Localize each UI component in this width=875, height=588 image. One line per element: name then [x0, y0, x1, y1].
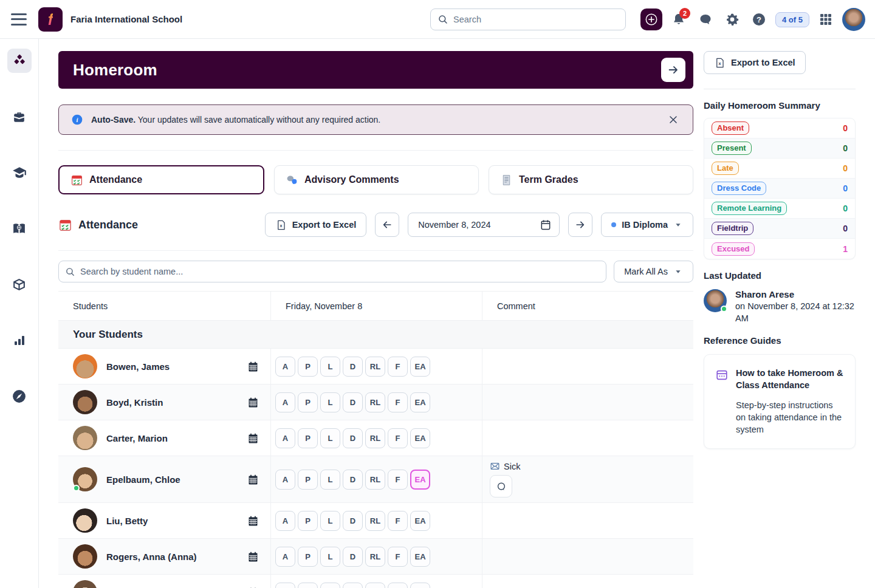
user-avatar[interactable] — [842, 8, 865, 31]
code-remote-button[interactable]: RL — [365, 357, 385, 377]
code-dresscode-button[interactable]: D — [343, 428, 363, 448]
code-present-button[interactable]: P — [298, 470, 318, 490]
code-fieldtrip-button[interactable]: F — [388, 357, 408, 377]
code-excused-button[interactable]: EA — [410, 357, 430, 377]
code-late-button[interactable]: L — [320, 470, 340, 490]
code-excused-button[interactable]: EA — [410, 511, 430, 531]
code-remote-button[interactable]: RL — [365, 470, 385, 490]
code-absent-button[interactable]: A — [275, 392, 295, 412]
code-fieldtrip-button[interactable]: F — [388, 511, 408, 531]
tab-advisory-comments[interactable]: Advisory Comments — [274, 165, 479, 194]
export-excel-button[interactable]: Export to Excel — [265, 213, 367, 237]
notifications-button[interactable]: 2 — [668, 9, 689, 30]
code-late-button[interactable]: L — [320, 583, 340, 588]
code-absent-button[interactable]: A — [275, 583, 295, 588]
sidebar-item-explore[interactable] — [7, 384, 32, 408]
code-absent-button[interactable]: A — [275, 547, 295, 567]
sidebar-item-academics[interactable] — [7, 160, 32, 185]
mark-all-as-dropdown[interactable]: Mark All As — [614, 261, 693, 282]
student-calendar-button[interactable] — [247, 396, 259, 409]
code-late-button[interactable]: L — [320, 392, 340, 412]
student-name[interactable]: Carter, Marion — [106, 433, 168, 443]
global-search-input[interactable] — [453, 15, 625, 24]
tab-term-grades[interactable]: Term Grades — [489, 165, 693, 194]
code-remote-button[interactable]: RL — [365, 547, 385, 567]
sidebar-item-yearbook[interactable] — [7, 216, 32, 241]
code-fieldtrip-button[interactable]: F — [388, 392, 408, 412]
main-content: Homeroom Auto-Save. Your updates will sa… — [58, 51, 693, 588]
previous-day-button[interactable] — [375, 213, 399, 237]
banner-next-button[interactable] — [661, 58, 685, 82]
question-circle-icon — [752, 12, 766, 27]
date-picker-field[interactable]: November 8, 2024 — [408, 213, 560, 237]
student-calendar-button[interactable] — [247, 586, 259, 588]
add-comment-button[interactable] — [490, 475, 512, 497]
code-dresscode-button[interactable]: D — [343, 470, 363, 490]
guide-card[interactable]: How to take Homeroom & Class Attendance … — [704, 354, 856, 448]
code-absent-button[interactable]: A — [275, 357, 295, 377]
code-remote-button[interactable]: RL — [365, 511, 385, 531]
student-name[interactable]: Rogers, Anna (Anna) — [106, 552, 197, 562]
code-absent-button[interactable]: A — [275, 511, 295, 531]
quick-add-button[interactable] — [640, 9, 662, 30]
code-absent-button[interactable]: A — [275, 428, 295, 448]
code-present-button[interactable]: P — [298, 511, 318, 531]
menu-icon[interactable] — [11, 13, 27, 26]
student-name[interactable]: Liu, Betty — [106, 516, 148, 526]
sidebar-item-briefcase[interactable] — [7, 104, 32, 129]
student-calendar-button[interactable] — [247, 432, 259, 445]
code-fieldtrip-button[interactable]: F — [388, 428, 408, 448]
apps-grid-button[interactable] — [815, 9, 836, 30]
student-calendar-button[interactable] — [247, 514, 259, 527]
student-name[interactable]: Bowen, James — [106, 361, 170, 372]
faria-logo[interactable]: f — [38, 7, 63, 32]
student-calendar-button[interactable] — [247, 473, 259, 486]
code-excused-button[interactable]: EA — [410, 583, 430, 588]
code-absent-button[interactable]: A — [275, 470, 295, 490]
code-dresscode-button[interactable]: D — [343, 547, 363, 567]
code-excused-button-selected[interactable]: EA — [410, 470, 430, 490]
code-fieldtrip-button[interactable]: F — [388, 547, 408, 567]
code-dresscode-button[interactable]: D — [343, 357, 363, 377]
code-excused-button[interactable]: EA — [410, 392, 430, 412]
gear-icon — [725, 12, 739, 27]
sidebar-item-resources[interactable] — [7, 272, 32, 296]
code-dresscode-button[interactable]: D — [343, 583, 363, 588]
code-dresscode-button[interactable]: D — [343, 511, 363, 531]
code-present-button[interactable]: P — [298, 392, 318, 412]
student-name[interactable]: Epelbaum, Chloe — [106, 474, 180, 485]
column-header-day: Friday, November 8 — [270, 292, 482, 320]
code-present-button[interactable]: P — [298, 357, 318, 377]
help-button[interactable] — [749, 9, 769, 30]
dismiss-banner-button[interactable] — [665, 111, 682, 128]
code-remote-button[interactable]: RL — [365, 583, 385, 588]
student-name[interactable]: Boyd, Kristin — [106, 397, 163, 408]
program-dropdown[interactable]: IB Diploma — [601, 213, 693, 237]
code-late-button[interactable]: L — [320, 547, 340, 567]
sidebar-item-reports[interactable] — [7, 328, 32, 352]
code-remote-button[interactable]: RL — [365, 428, 385, 448]
student-search-input[interactable] — [80, 267, 600, 276]
code-late-button[interactable]: L — [320, 511, 340, 531]
code-late-button[interactable]: L — [320, 357, 340, 377]
settings-button[interactable] — [722, 9, 743, 30]
code-fieldtrip-button[interactable]: F — [388, 583, 408, 588]
status-count: 0 — [843, 203, 848, 213]
next-day-button[interactable] — [568, 213, 592, 237]
export-excel-button-side[interactable]: Export to Excel — [704, 51, 806, 74]
messages-button[interactable] — [695, 9, 716, 30]
code-excused-button[interactable]: EA — [410, 428, 430, 448]
code-fieldtrip-button[interactable]: F — [388, 470, 408, 490]
student-calendar-button[interactable] — [247, 550, 259, 563]
arrow-left-icon — [381, 219, 393, 231]
code-excused-button[interactable]: EA — [410, 547, 430, 567]
code-remote-button[interactable]: RL — [365, 392, 385, 412]
code-present-button[interactable]: P — [298, 583, 318, 588]
code-present-button[interactable]: P — [298, 428, 318, 448]
student-calendar-button[interactable] — [247, 360, 259, 373]
code-dresscode-button[interactable]: D — [343, 392, 363, 412]
sidebar-item-dashboard[interactable] — [7, 49, 32, 73]
code-late-button[interactable]: L — [320, 428, 340, 448]
code-present-button[interactable]: P — [298, 547, 318, 567]
tab-attendance[interactable]: Attendance — [58, 165, 264, 194]
